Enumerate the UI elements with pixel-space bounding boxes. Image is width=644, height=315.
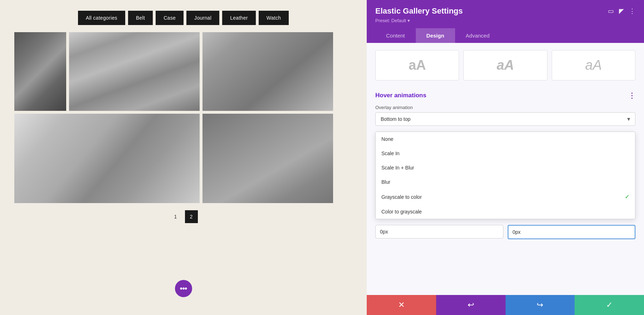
dropdown-item-color-to-grayscale[interactable]: Color to grayscale — [376, 205, 635, 219]
panel-preset[interactable]: Preset: Default ▾ — [375, 18, 635, 23]
floating-menu-button[interactable]: ••• — [175, 280, 192, 297]
overlay-animation-select-wrapper[interactable]: Bottom to top ▼ — [375, 112, 635, 126]
page-1-button[interactable]: 1 — [169, 210, 182, 223]
columns-icon[interactable]: ◤ — [619, 7, 624, 15]
dropdown-item-blur[interactable]: Blur — [376, 175, 635, 189]
hover-animations-options-icon[interactable]: ⋮ — [628, 91, 635, 100]
dropdown-item-none[interactable]: None — [376, 132, 635, 146]
cancel-icon: ✕ — [398, 300, 405, 310]
dropdown-item-scale-in-blur-label: Scale In + Blur — [381, 165, 414, 171]
typography-sample-3: aA — [585, 58, 602, 73]
px-input-right[interactable] — [508, 225, 636, 239]
pagination: 1 2 — [14, 210, 352, 223]
typography-card-1[interactable]: aA — [375, 50, 459, 80]
redo-button[interactable]: ↪ — [506, 295, 575, 315]
filter-watch[interactable]: Watch — [259, 11, 289, 25]
checkmark-icon: ✓ — [625, 193, 629, 200]
hover-animations-title: Hover animations — [375, 92, 426, 99]
overlay-animation-select[interactable]: Bottom to top — [375, 112, 635, 126]
typography-sample-1: aA — [409, 58, 426, 73]
panel-tabs: Content Design Advanced — [375, 28, 635, 43]
filter-bar: All categories Belt Case Journal Leather… — [14, 7, 352, 25]
dropdown-options: None Scale In Scale In + Blur Blur Grays… — [375, 132, 635, 219]
gallery-item-leather[interactable] — [203, 32, 333, 111]
gallery-item-phone[interactable] — [203, 114, 333, 203]
action-bar: ✕ ↩ ↪ ✓ — [367, 295, 644, 315]
gallery-item-belt[interactable] — [14, 32, 66, 111]
dropdown-item-color-to-grayscale-label: Color to grayscale — [381, 209, 422, 215]
typography-sample-2: aA — [497, 58, 514, 73]
save-button[interactable]: ✓ — [575, 295, 644, 315]
typography-card-3[interactable]: aA — [552, 50, 635, 80]
panel-title: Elastic Gallery Settings — [375, 6, 463, 16]
dropdown-item-scale-in[interactable]: Scale In — [376, 146, 635, 161]
gallery-item-watch[interactable] — [14, 114, 200, 203]
panel-body: aA aA aA Hover animations ⋮ Overlay anim… — [367, 43, 644, 295]
tab-advanced[interactable]: Advanced — [455, 28, 501, 43]
dropdown-item-none-label: None — [381, 136, 393, 142]
panel-header: Elastic Gallery Settings ▭ ◤ ⋮ Preset: D… — [367, 0, 644, 43]
tab-content[interactable]: Content — [375, 28, 416, 43]
px-input-left-group — [375, 225, 503, 239]
floating-menu-dots-icon: ••• — [180, 284, 187, 293]
typography-row: aA aA aA — [375, 50, 635, 80]
px-inputs-row — [375, 225, 635, 239]
page-2-button[interactable]: 2 — [185, 210, 198, 223]
panel-header-icons: ▭ ◤ ⋮ — [608, 7, 635, 15]
overlay-animation-label: Overlay animation — [375, 105, 635, 110]
typography-card-2[interactable]: aA — [463, 50, 547, 80]
dropdown-item-grayscale-to-color[interactable]: Grayscale to color ✓ — [376, 189, 635, 205]
gallery-grid — [14, 32, 352, 203]
px-input-left[interactable] — [375, 225, 503, 238]
dropdown-item-grayscale-to-color-label: Grayscale to color — [381, 194, 422, 200]
filter-case[interactable]: Case — [156, 11, 184, 25]
filter-belt[interactable]: Belt — [128, 11, 153, 25]
undo-icon: ↩ — [468, 300, 474, 310]
dropdown-item-scale-in-blur[interactable]: Scale In + Blur — [376, 161, 635, 175]
filter-leather[interactable]: Leather — [222, 11, 256, 25]
dropdown-item-blur-label: Blur — [381, 179, 390, 185]
redo-icon: ↪ — [537, 300, 543, 310]
resize-icon[interactable]: ▭ — [608, 7, 614, 15]
settings-panel: Elastic Gallery Settings ▭ ◤ ⋮ Preset: D… — [367, 0, 644, 315]
hover-animations-section: Hover animations ⋮ Overlay animation Bot… — [375, 91, 635, 239]
more-options-icon[interactable]: ⋮ — [629, 7, 635, 15]
save-icon: ✓ — [606, 300, 613, 310]
filter-journal[interactable]: Journal — [186, 11, 219, 25]
section-header: Hover animations ⋮ — [375, 91, 635, 100]
panel-header-top: Elastic Gallery Settings ▭ ◤ ⋮ — [375, 6, 635, 16]
tab-design[interactable]: Design — [416, 28, 455, 43]
gallery-item-journal[interactable] — [69, 32, 200, 111]
cancel-button[interactable]: ✕ — [367, 295, 436, 315]
undo-button[interactable]: ↩ — [436, 295, 506, 315]
filter-all[interactable]: All categories — [78, 11, 125, 25]
px-input-right-group — [508, 225, 636, 239]
gallery-area: All categories Belt Case Journal Leather… — [0, 0, 367, 315]
dropdown-item-scale-in-label: Scale In — [381, 151, 400, 156]
